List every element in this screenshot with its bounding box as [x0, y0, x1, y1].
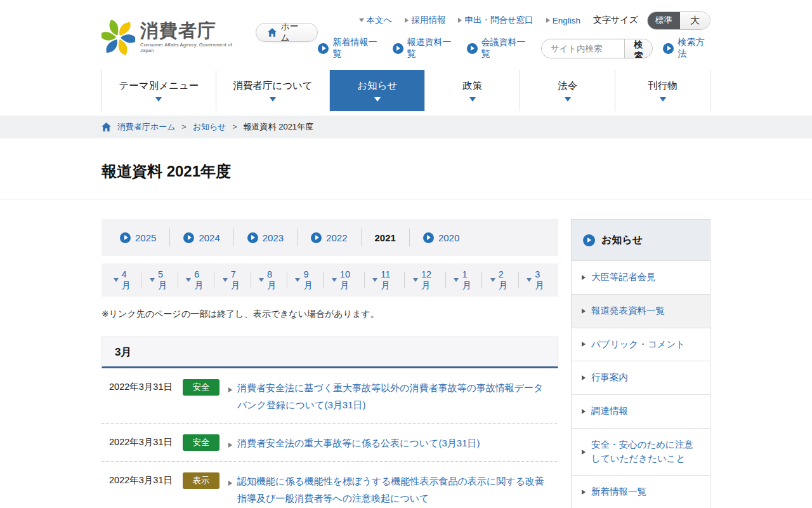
- recruit-link[interactable]: 採用情報: [405, 15, 445, 26]
- year-tab-2023[interactable]: 2023: [234, 229, 298, 246]
- year-label: 2020: [438, 232, 459, 243]
- nav-tab-publications[interactable]: 刊行物: [615, 70, 710, 111]
- year-label: 2024: [199, 232, 219, 243]
- chevron-right-icon: [582, 309, 586, 314]
- meeting-materials-list-link[interactable]: 会議資料一覧: [467, 37, 531, 60]
- english-link[interactable]: English: [546, 16, 580, 25]
- inquiry-link[interactable]: 申出・問合せ窓口: [458, 15, 533, 26]
- sidebar-item-label: パブリック・コメント: [591, 338, 685, 352]
- month-link-1[interactable]: 1月: [446, 272, 482, 288]
- chevron-right-icon: [228, 477, 232, 488]
- month-link-11[interactable]: 11月: [365, 272, 405, 288]
- font-size-large-button[interactable]: 大: [680, 12, 710, 29]
- month-label: 3月: [535, 269, 546, 291]
- item-date: 2022年3月31日: [109, 434, 181, 448]
- month-link-10[interactable]: 10月: [324, 272, 365, 288]
- month-link-7[interactable]: 7月: [214, 272, 251, 288]
- search-input[interactable]: [542, 39, 624, 58]
- item-title-link[interactable]: 消費者安全法の重大事故等に係る公表について(3月31日): [237, 434, 546, 451]
- site-header: 消費者庁 Consumer Affairs Agency, Government…: [0, 0, 812, 65]
- category-badge: 表示: [183, 472, 219, 489]
- skip-to-content-link[interactable]: 本文へ: [359, 15, 393, 26]
- new-info-list-link[interactable]: 新着情報一覧: [318, 37, 382, 60]
- year-tab-2020[interactable]: 2020: [410, 229, 473, 246]
- nav-tab-about-agency[interactable]: 消費者庁について: [216, 70, 330, 111]
- sidebar-header[interactable]: お知らせ: [572, 220, 710, 260]
- year-label: 2021: [375, 232, 396, 243]
- nav-tab-theme-menu[interactable]: テーマ別メニュー: [102, 70, 216, 111]
- circle-arrow-icon: [183, 232, 194, 243]
- circle-arrow-icon: [311, 232, 322, 243]
- agency-logo[interactable]: 消費者庁 Consumer Affairs Agency, Government…: [102, 0, 242, 65]
- sidebar-item-label: 大臣等記者会見: [591, 271, 656, 284]
- month-label: 10月: [340, 269, 357, 291]
- chevron-down-icon: [527, 278, 532, 282]
- search-method-link[interactable]: 検索方法: [663, 37, 710, 60]
- sidebar-item-press-materials[interactable]: 報道発表資料一覧: [572, 294, 710, 328]
- item-title-link[interactable]: 認知機能に係る機能性を標ぼうする機能性表示食品の表示に関する改善指導及び一般消費…: [237, 472, 546, 507]
- breadcrumb-current: 報道資料 2021年度: [244, 121, 314, 133]
- chevron-right-icon: [582, 375, 586, 380]
- sidebar-item-label: 報道発表資料一覧: [591, 304, 665, 318]
- year-label: 2025: [135, 232, 156, 243]
- year-tabs: 2025 2024 2023 2022 2021 2020: [102, 219, 558, 256]
- search-button[interactable]: 検索: [624, 39, 653, 58]
- chevron-down-icon: [374, 97, 381, 102]
- font-size-standard-button[interactable]: 標準: [648, 12, 680, 29]
- breadcrumb-news-link[interactable]: お知らせ: [193, 121, 226, 133]
- month-link-3[interactable]: 3月: [519, 272, 554, 288]
- month-label: 5月: [158, 269, 169, 291]
- year-tab-2025[interactable]: 2025: [107, 229, 170, 246]
- site-search: 検索: [541, 39, 653, 58]
- month-link-8[interactable]: 8月: [251, 272, 287, 288]
- breadcrumb-home-link[interactable]: 消費者庁ホーム: [117, 121, 176, 133]
- sidebar-item-events[interactable]: 行事案内: [572, 361, 710, 394]
- agency-name: 消費者庁: [140, 21, 242, 41]
- list-item: 2022年3月31日 表示 認知機能に係る機能性を標ぼうする機能性表示食品の表示…: [102, 462, 558, 508]
- circle-arrow-icon: [663, 43, 674, 54]
- quick-links: 新着情報一覧 報道資料一覧 会議資料一覧 検索 検索方法: [318, 37, 710, 60]
- sidebar-item-label: 安全・安心のために注意していただきたいこと: [591, 438, 702, 466]
- nav-tab-laws[interactable]: 法令: [520, 70, 615, 111]
- month-links: 4月 5月 6月 7月 8月 9月 10月 11月 12月 1月 2月 3月: [102, 264, 558, 297]
- list-item: 2022年3月31日 安全 消費者安全法の重大事故等に係る公表について(3月31…: [102, 424, 558, 462]
- chevron-down-icon: [150, 278, 155, 282]
- month-link-9[interactable]: 9月: [287, 272, 324, 288]
- nav-tab-label: 刊行物: [648, 79, 678, 93]
- agency-name-english: Consumer Affairs Agency, Government of J…: [140, 42, 242, 53]
- breadcrumb: 消費者庁ホーム > お知らせ > 報道資料 2021年度: [102, 116, 710, 138]
- nav-tab-policy[interactable]: 政策: [424, 70, 520, 111]
- sidebar-item-safety-caution[interactable]: 安全・安心のために注意していただきたいこと: [572, 428, 710, 476]
- month-link-6[interactable]: 6月: [178, 272, 214, 288]
- chevron-down-icon: [469, 97, 476, 102]
- month-section-title: 3月: [115, 345, 131, 359]
- month-section-header: 3月: [102, 337, 558, 368]
- circle-arrow-icon: [467, 43, 478, 54]
- sidebar-item-new-info[interactable]: 新着情報一覧: [572, 475, 710, 508]
- chevron-right-icon: [582, 490, 586, 495]
- press-materials-list-link[interactable]: 報道資料一覧: [393, 37, 457, 60]
- item-title-link[interactable]: 消費者安全法に基づく重大事故等以外の消費者事故等の事故情報データバンク登録につい…: [237, 379, 546, 413]
- month-link-4[interactable]: 4月: [105, 272, 141, 288]
- nav-tab-news[interactable]: お知らせ: [329, 70, 424, 111]
- chevron-right-icon: [228, 439, 232, 450]
- year-tab-2022[interactable]: 2022: [298, 229, 361, 246]
- chevron-down-icon: [295, 278, 300, 282]
- sidebar-item-procurement[interactable]: 調達情報: [572, 394, 710, 428]
- month-label: 12月: [421, 269, 438, 291]
- skip-to-content-label: 本文へ: [367, 15, 393, 26]
- sidebar-item-press-conference[interactable]: 大臣等記者会見: [572, 260, 710, 294]
- page-title: 報道資料 2021年度: [102, 138, 710, 182]
- chevron-down-icon: [223, 278, 228, 282]
- month-link-2[interactable]: 2月: [482, 272, 518, 288]
- sidebar-item-public-comment[interactable]: パブリック・コメント: [572, 328, 710, 361]
- month-link-12[interactable]: 12月: [405, 272, 446, 288]
- chevron-right-icon: [458, 18, 462, 23]
- chevron-down-icon: [186, 278, 191, 282]
- home-button[interactable]: ホーム: [256, 23, 318, 42]
- year-label: 2022: [326, 232, 347, 243]
- home-icon: [102, 123, 111, 131]
- year-tab-2024[interactable]: 2024: [170, 229, 233, 246]
- nav-tab-label: 政策: [462, 79, 482, 93]
- month-link-5[interactable]: 5月: [141, 272, 178, 288]
